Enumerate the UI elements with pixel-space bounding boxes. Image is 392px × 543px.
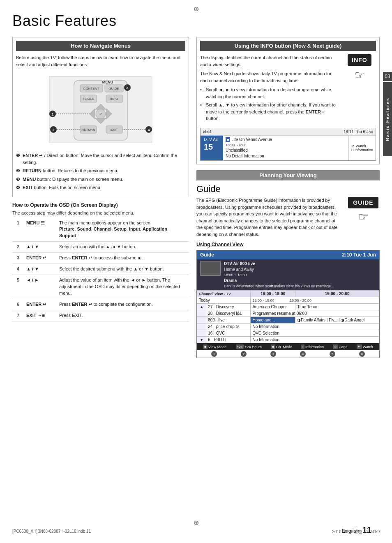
col-header-time1: 18:00 - 19:00 bbox=[251, 291, 295, 297]
footer-item-6: ↵ Watch bbox=[357, 344, 373, 349]
guide-programme: ■ Life On Venus Avenue bbox=[226, 137, 346, 143]
osd-num-5: 5 bbox=[12, 275, 24, 299]
row-ch-800: 800 five bbox=[206, 317, 251, 323]
guide-header-right: 2:10 Tue 1 Jun bbox=[342, 252, 376, 258]
info-button-area: INFO ☞ bbox=[343, 54, 376, 125]
callout-footer-5: 5 bbox=[330, 351, 335, 357]
nav-section: How to Navigate Menus Before using the T… bbox=[12, 37, 189, 197]
guide-date: 18:11 Thu 6 Jan bbox=[344, 129, 373, 134]
language-label: English bbox=[342, 528, 360, 534]
footer-label-2: +24 Hours bbox=[244, 345, 262, 349]
bottom-crosshair-icon: ⊕ bbox=[194, 519, 199, 527]
guide-no-detail: No Detail Information bbox=[226, 153, 346, 159]
callout-item-1: ENTER ↵ / Direction button: Move the cur… bbox=[16, 152, 185, 166]
callout-footer-6: 6 bbox=[359, 351, 365, 357]
osd-row-1: 1 MENU ☰ The main menu options appear on… bbox=[12, 218, 189, 242]
svg-text:INFO: INFO bbox=[110, 97, 118, 101]
row-ch-6: 6 R4DTT bbox=[206, 337, 251, 343]
row-ch-28: 28 DiscoveryH&L bbox=[206, 310, 251, 317]
osd-title: How to Operate the OSD (On Screen Displa… bbox=[12, 202, 189, 208]
footer-label-6: Watch bbox=[363, 345, 373, 349]
today-label: Today bbox=[197, 297, 251, 304]
guide-category: Unclassified bbox=[226, 148, 346, 153]
preview-title: DTV Air 800 five bbox=[224, 261, 334, 267]
osd-desc-1: The main menu options appear on the scre… bbox=[57, 218, 189, 242]
svg-text:MENU: MENU bbox=[102, 80, 113, 84]
sidebar-tab-label: Basic Features bbox=[385, 97, 390, 141]
info-content: The display identifies the current chann… bbox=[200, 54, 376, 125]
svg-text:TOOLS: TOOLS bbox=[83, 97, 94, 101]
osd-num-2: 2 bbox=[12, 242, 24, 253]
row-prog-24: No Information bbox=[251, 323, 379, 330]
footer-item-3: ■ Ch. Mode bbox=[271, 344, 292, 349]
info-bullets: Scroll ◄, ► to view information for a de… bbox=[200, 86, 339, 122]
osd-desc-2: Select an icon with the ▲ or ▼ button. bbox=[57, 242, 189, 253]
callout-footer-3: 3 bbox=[270, 351, 276, 357]
row-prog-6: No Information bbox=[251, 337, 379, 343]
guide-title: Guide bbox=[196, 184, 380, 194]
osd-row-3: 3 ENTER ↵ Press ENTER ↵ to access the su… bbox=[12, 253, 189, 264]
row-prog-16: QVC Selection bbox=[251, 330, 379, 337]
callout-footer-1: 1 bbox=[211, 351, 217, 357]
osd-num-1: 1 bbox=[12, 218, 24, 242]
osd-row-2: 2 ▲ / ▼ Select an icon with the ▲ or ▼ b… bbox=[12, 242, 189, 253]
guide-row-800: 800 five Home and... ◑Family Affairs | F… bbox=[197, 317, 379, 323]
page-number: 11 bbox=[362, 525, 371, 534]
right-column: Using the INFO button (Now & Next guide)… bbox=[196, 37, 380, 358]
footer-file: [PC6500_XH]BN68-02807H-02L10.indb 11 bbox=[12, 529, 91, 535]
row-prog2-800: ◑Family Affairs | Fiv... | ◑Dark Angel bbox=[295, 317, 379, 323]
callout-item-4: EXIT button: Exits the on-screen menu. bbox=[16, 184, 185, 191]
svg-text:2: 2 bbox=[52, 128, 54, 132]
osd-btn-6: ENTER ↵ bbox=[24, 299, 57, 310]
osd-btn-4: ▲ / ▼ bbox=[24, 264, 57, 275]
guide-preview-thumb bbox=[200, 261, 221, 276]
callout-footer-2: 2 bbox=[241, 351, 247, 357]
guide-btn-area: GUIDE ☞ bbox=[347, 197, 380, 238]
left-column: How to Navigate Menus Before using the T… bbox=[12, 37, 189, 358]
preview-genre: Drama bbox=[224, 278, 334, 284]
osd-btn-1: MENU ☰ bbox=[24, 218, 57, 242]
guide-button: GUIDE bbox=[348, 197, 378, 208]
guide-footer-callouts: 1 2 3 4 5 6 bbox=[197, 350, 379, 358]
svg-text:GUIDE: GUIDE bbox=[108, 87, 119, 90]
preview-show: Home and Away bbox=[224, 267, 334, 273]
callout-item-3: MENU button: Displays the main on-screen… bbox=[16, 176, 185, 183]
info-guide-details: ■ Life On Venus Avenue 18:00 ~ 6:00 Uncl… bbox=[223, 136, 348, 161]
svg-text:↵: ↵ bbox=[99, 112, 102, 116]
row-ch-24: 24 price-drop.tv bbox=[206, 323, 251, 330]
footer-icon-3: ■ bbox=[271, 344, 275, 349]
osd-num-3: 3 bbox=[12, 253, 24, 264]
row-arrow-16 bbox=[197, 330, 206, 337]
osd-desc-4: Select the desired submenu with the ▲ or… bbox=[57, 264, 189, 275]
footer-item-1: ■ View Mode bbox=[203, 344, 226, 349]
page-footer: [PC6500_XH]BN68-02807H-02L10.indb 11 201… bbox=[0, 529, 392, 535]
row-prog1-800: Home and... bbox=[251, 317, 295, 323]
guide-display-header: Guide 2:10 Tue 1 Jun bbox=[197, 250, 379, 259]
footer-label-4: Information bbox=[305, 345, 324, 349]
guide-dtv: DTV Air bbox=[204, 137, 220, 142]
guide-row-24: 24 price-drop.tv No Information bbox=[197, 323, 379, 330]
info-intro: The display identifies the current chann… bbox=[200, 54, 339, 68]
guide-preview-info: DTV Air 800 five Home and Away 18:00 ~ 1… bbox=[224, 261, 334, 289]
page-container: ⊕ Basic Features 03 Basic Features How t… bbox=[0, 0, 392, 543]
row-prog-28: Programmes resume at 06:00 bbox=[251, 310, 379, 317]
info-button: INFO bbox=[348, 54, 371, 66]
row-ch-27: 27 Discovery bbox=[206, 304, 251, 310]
osd-btn-2: ▲ / ▼ bbox=[24, 242, 57, 253]
osd-row-7: 7 EXIT →■ Press EXIT. bbox=[12, 310, 189, 321]
osd-row-6: 6 ENTER ↵ Press ENTER ↵ to complete the … bbox=[12, 299, 189, 310]
guide-ch-num: 15 bbox=[204, 142, 220, 152]
nav-intro: Before using the TV, follow the steps be… bbox=[16, 54, 185, 68]
row-arrow-28 bbox=[197, 310, 206, 317]
osd-desc-3: Press ENTER ↵ to access the sub-menu. bbox=[57, 253, 189, 264]
footer-label-5: Page bbox=[339, 345, 347, 349]
osd-section: How to Operate the OSD (On Screen Displa… bbox=[12, 202, 189, 321]
svg-text:CONTENT: CONTENT bbox=[83, 87, 99, 90]
sidebar-chapter-num: 03 bbox=[383, 72, 392, 81]
preview-desc: Dani is devastated when scott makes clea… bbox=[224, 284, 334, 289]
page-title: Basic Features bbox=[12, 12, 380, 30]
main-content: How to Navigate Menus Before using the T… bbox=[12, 37, 380, 358]
osd-row-4: 4 ▲ / ▼ Select the desired submenu with … bbox=[12, 264, 189, 275]
info-section-header: Using the INFO button (Now & Next guide) bbox=[200, 41, 376, 51]
guide-row-16: 16 QVC QVC Selection bbox=[197, 330, 379, 337]
